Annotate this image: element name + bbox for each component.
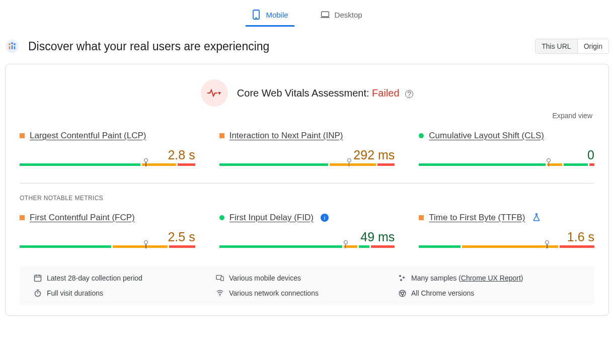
ttfb-marker	[545, 240, 549, 248]
desktop-icon	[321, 10, 330, 19]
inp-status-icon	[219, 133, 224, 138]
footer-connections: Various network connections	[216, 289, 398, 297]
mobile-icon	[252, 10, 261, 19]
chrome-icon	[398, 289, 406, 297]
assessment-help-icon[interactable]: ?	[405, 90, 413, 98]
tab-mobile[interactable]: Mobile	[246, 7, 294, 27]
fid-status-icon	[219, 215, 224, 220]
assessment-status: Failed	[372, 87, 399, 99]
footer-period: Latest 28-day collection period	[34, 274, 216, 282]
assessment-fail-icon	[201, 79, 228, 107]
calendar-icon	[34, 274, 42, 282]
tab-desktop[interactable]: Desktop	[315, 7, 368, 27]
ttfb-status-icon	[419, 215, 424, 220]
svg-point-19	[219, 295, 220, 296]
fcp-name[interactable]: First Contentful Paint (FCP)	[30, 213, 135, 223]
svg-point-7	[14, 43, 16, 45]
cls-status-icon	[419, 133, 424, 138]
metric-cls: Cumulative Layout Shift (CLS) 0	[419, 131, 594, 166]
fcp-status-icon	[20, 215, 25, 220]
metric-lcp: Largest Contentful Paint (LCP) 2.8 s	[20, 131, 195, 166]
assessment-row: Core Web Vitals Assessment: Failed ?	[20, 79, 594, 107]
assessment-label: Core Web Vitals Assessment:	[237, 87, 372, 99]
cls-name[interactable]: Cumulative Layout Shift (CLS)	[429, 131, 544, 141]
ttfb-name[interactable]: Time to First Byte (TTFB)	[429, 213, 525, 223]
svg-point-20	[399, 275, 401, 277]
svg-point-5	[9, 43, 11, 45]
metric-inp: Interaction to Next Paint (INP) 292 ms	[219, 131, 395, 166]
fid-value: 49 ms	[219, 230, 395, 244]
metric-ttfb: Time to First Byte (TTFB) 1.6 s	[419, 213, 594, 248]
cls-value: 0	[419, 148, 594, 162]
fid-name[interactable]: First Input Delay (FID)	[229, 213, 314, 223]
other-metrics-row: First Contentful Paint (FCP) 2.5 s First…	[20, 213, 594, 248]
inp-value: 292 ms	[219, 148, 395, 162]
device-tabs: Mobile Desktop	[0, 0, 614, 27]
lcp-bar	[20, 163, 195, 166]
inp-name[interactable]: Interaction to Next Paint (INP)	[229, 131, 343, 141]
assessment-text: Core Web Vitals Assessment: Failed ?	[237, 87, 413, 99]
fid-info-icon[interactable]: i	[321, 214, 329, 222]
lcp-name[interactable]: Largest Contentful Paint (LCP)	[30, 131, 146, 141]
metric-fcp: First Contentful Paint (FCP) 2.5 s	[20, 213, 195, 248]
toggle-this-url[interactable]: This URL	[535, 39, 577, 53]
page-title: Discover what your real users are experi…	[28, 40, 269, 53]
header-icon	[5, 39, 19, 53]
metrics-divider	[20, 183, 594, 184]
svg-marker-8	[218, 92, 221, 95]
metric-fid: First Input Delay (FID) i 49 ms	[219, 213, 395, 248]
tab-desktop-label: Desktop	[335, 11, 362, 19]
ttfb-value: 1.6 s	[419, 230, 594, 244]
core-metrics-row: Largest Contentful Paint (LCP) 2.8 s Int…	[20, 131, 594, 166]
fcp-marker	[144, 240, 148, 248]
tab-mobile-label: Mobile	[266, 11, 288, 19]
scope-toggle: This URL Origin	[535, 39, 609, 54]
expand-view-link[interactable]: Expand view	[20, 112, 592, 120]
fcp-bar	[20, 245, 195, 248]
svg-rect-18	[221, 277, 223, 281]
svg-rect-2	[321, 12, 329, 17]
cls-bar	[419, 163, 594, 166]
svg-point-21	[403, 277, 405, 279]
footer-info: Latest 28-day collection period Full vis…	[20, 266, 594, 305]
devices-icon	[216, 274, 224, 282]
footer-durations: Full visit durations	[34, 289, 216, 297]
lcp-marker	[144, 158, 148, 166]
timer-icon	[34, 289, 42, 297]
footer-devices: Various mobile devices	[216, 274, 398, 282]
ttfb-experimental-icon[interactable]	[533, 213, 540, 223]
scatter-icon	[398, 274, 406, 282]
inp-bar	[219, 163, 395, 166]
fid-marker	[344, 240, 348, 248]
other-metrics-label: OTHER NOTABLE METRICS	[20, 195, 594, 202]
fid-bar	[219, 245, 395, 248]
footer-samples: Many samples (Chrome UX Report)	[398, 274, 580, 282]
header-row: Discover what your real users are experi…	[0, 27, 614, 60]
svg-point-6	[11, 42, 13, 44]
lcp-value: 2.8 s	[20, 148, 195, 162]
svg-rect-10	[35, 276, 41, 282]
fcp-value: 2.5 s	[20, 230, 195, 244]
cls-marker	[547, 158, 551, 166]
vitals-card: Core Web Vitals Assessment: Failed ? Exp…	[5, 64, 609, 316]
network-icon	[216, 289, 224, 297]
toggle-origin[interactable]: Origin	[577, 39, 608, 53]
svg-point-9	[216, 93, 217, 94]
lcp-status-icon	[20, 133, 25, 138]
crux-report-link[interactable]: Chrome UX Report	[461, 274, 521, 282]
svg-point-22	[400, 279, 402, 281]
ttfb-bar	[419, 245, 594, 248]
inp-marker	[347, 158, 351, 166]
footer-versions: All Chrome versions	[398, 289, 580, 297]
